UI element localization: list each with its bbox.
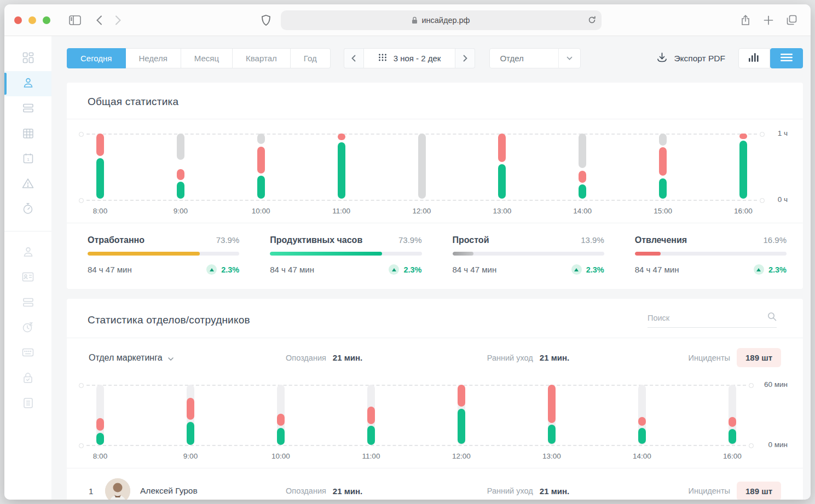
sidebar-item-schedule[interactable]: 1 [4, 147, 51, 172]
x-axis-label: 9:00 [174, 207, 188, 215]
department-name-select[interactable]: Отдел маркетинга [89, 353, 286, 363]
search-icon[interactable] [767, 312, 777, 323]
stat-label: Отработанно [88, 235, 144, 245]
period-tab-2[interactable]: Месяц [181, 48, 233, 68]
stat-percent: 13.9% [581, 235, 604, 245]
department-early-leave-stat: Ранний уход 21 мин. [487, 353, 689, 362]
chart-bar-12:00: 12:00 [408, 134, 436, 215]
export-pdf-button[interactable]: Экспорт PDF [657, 52, 725, 65]
view-toggle [738, 48, 803, 68]
period-tabs: СегодняНеделяМесяцКварталГод [67, 48, 331, 68]
new-tab-icon[interactable] [759, 12, 778, 28]
sidebar-item-lists[interactable] [4, 291, 51, 316]
chevron-down-icon [168, 353, 174, 363]
overall-statistics-title: Общая статистика [88, 96, 178, 108]
forward-button[interactable] [108, 12, 127, 28]
address-bar[interactable]: инсайдер.рф [281, 10, 602, 30]
sidebar-item-security[interactable] [4, 366, 51, 391]
chart-view-button[interactable] [738, 48, 770, 68]
prev-period-button[interactable] [344, 48, 363, 68]
stat-card-0: Отработанно73.9%84 ч 47 мин2.3% [88, 235, 239, 275]
chart-bar-9:00: 9:00 [177, 385, 204, 460]
x-axis-label: 12:00 [413, 207, 431, 215]
minimize-window-button[interactable] [28, 16, 36, 24]
chart-bar-16:00: 16:00 [730, 134, 757, 215]
stat-percent: 73.9% [398, 235, 422, 245]
sidebar-item-calendar[interactable] [4, 121, 51, 147]
period-tab-3[interactable]: Квартал [233, 48, 291, 68]
calendar-dots-icon [378, 53, 387, 63]
stat-delta: 2.3% [403, 265, 421, 274]
sidebar-item-idle-time[interactable] [4, 316, 51, 341]
filters-toolbar: СегодняНеделяМесяцКварталГод 3 ноя - 2 д… [51, 36, 806, 68]
calendar-day-icon: 1 [22, 153, 34, 166]
browser-chrome: инсайдер.рф [4, 4, 811, 36]
early-leave-label: Ранний уход [487, 486, 533, 495]
zoom-window-button[interactable] [43, 16, 50, 24]
document-lines-icon [23, 397, 33, 411]
stat-label: Продуктивных часов [270, 235, 362, 245]
chart-bar-16:00: 16:00 [719, 385, 746, 460]
date-range-button[interactable]: 3 ноя - 2 дек [363, 48, 456, 68]
x-axis-label: 9:00 [183, 452, 198, 460]
x-axis-label: 11:00 [332, 207, 350, 215]
x-axis-label: 8:00 [93, 452, 107, 460]
chart-bar-11:00: 11:00 [357, 385, 385, 460]
lock-icon [412, 16, 418, 24]
x-axis-label: 10:00 [252, 207, 270, 215]
stopwatch-icon [22, 202, 33, 217]
search-input[interactable] [648, 314, 767, 322]
stat-percent: 16.9% [763, 235, 787, 245]
traffic-lights [14, 16, 50, 24]
employee-name: Алексей Гуров [140, 486, 198, 496]
period-tab-4[interactable]: Год [291, 48, 331, 68]
share-icon[interactable] [736, 12, 755, 28]
reload-icon[interactable] [588, 16, 596, 24]
early-leave-value: 21 мин. [540, 486, 569, 496]
back-button[interactable] [90, 12, 108, 28]
chart-bar-14:00: 14:00 [628, 385, 656, 460]
sidebar: 1 [4, 36, 51, 500]
department-select-value: Отдел [490, 49, 558, 68]
early-leave-value: 21 мин. [540, 353, 569, 362]
x-axis-label: 13:00 [542, 452, 561, 460]
clock-snooze-icon [22, 321, 34, 335]
x-axis-label: 15:00 [654, 207, 672, 215]
next-period-button[interactable] [455, 48, 475, 68]
list-view-button[interactable] [770, 48, 803, 68]
summary-stats-row: Отработанно73.9%84 ч 47 мин2.3%Продуктив… [67, 223, 803, 289]
sidebar-item-profile[interactable] [4, 240, 51, 265]
employee-row[interactable]: 1 Алексей Гуров Опоздания 21 мин. Ранний… [67, 468, 803, 500]
y-axis-min-label: 0 мин [768, 441, 788, 449]
close-window-button[interactable] [14, 16, 22, 24]
privacy-shield-icon[interactable] [257, 12, 275, 28]
departments-statistics-card: Статистика отделов/сотрудников Отдел мар… [67, 299, 803, 500]
sidebar-item-keyboard[interactable] [4, 341, 51, 366]
chart-bar-11:00: 11:00 [328, 134, 355, 215]
sidebar-item-incidents[interactable] [4, 172, 51, 197]
sidebar-item-reports[interactable] [4, 391, 51, 416]
department-select[interactable]: Отдел [489, 48, 581, 68]
y-axis-max-label: 1 ч [778, 129, 788, 137]
sidebar-item-departments[interactable] [4, 96, 51, 121]
sidebar-item-employees[interactable] [4, 71, 51, 96]
export-pdf-label: Экспорт PDF [674, 54, 725, 63]
x-axis-label: 8:00 [93, 207, 107, 215]
sidebar-item-badge[interactable] [4, 265, 51, 291]
sidebar-item-dashboard[interactable] [4, 46, 51, 71]
period-tab-1[interactable]: Неделя [126, 48, 181, 68]
stat-card-1: Продуктивных часов73.9%84 ч 47 мин2.3% [270, 235, 421, 275]
period-tab-0[interactable]: Сегодня [67, 48, 126, 68]
calendar-grid-icon [22, 128, 34, 141]
warning-icon [22, 178, 34, 191]
sidebar-item-timer[interactable] [4, 197, 51, 222]
id-card-icon [22, 272, 34, 284]
svg-text:1: 1 [27, 157, 30, 162]
stat-delta: 2.3% [586, 265, 604, 274]
tab-overview-icon[interactable] [782, 12, 801, 28]
employee-incidents-stat: Инциденты 189 шт [689, 482, 781, 500]
chart-bar-13:00: 13:00 [488, 134, 516, 215]
chart-bar-8:00: 8:00 [86, 134, 114, 215]
sidebar-toggle-icon[interactable] [66, 12, 84, 28]
dashboard-icon [22, 52, 34, 66]
